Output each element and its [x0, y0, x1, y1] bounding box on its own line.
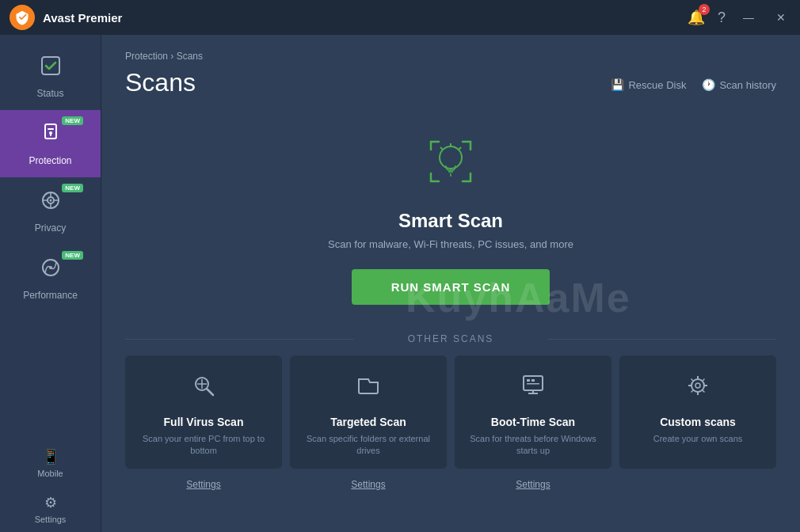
svg-rect-4 [50, 133, 51, 136]
sidebar-item-privacy[interactable]: NEW Privacy [0, 177, 101, 245]
svg-line-38 [703, 379, 705, 382]
sidebar-item-mobile[interactable]: 📱 Mobile [0, 440, 101, 486]
targeted-scan-card[interactable]: Targeted Scan Scan specific folders or e… [290, 355, 447, 469]
svg-line-36 [691, 379, 694, 382]
sidebar-bottom: 📱 Mobile ⚙ Settings [0, 440, 101, 532]
notifications-icon[interactable]: 🔔 2 [688, 9, 705, 26]
protection-new-badge: NEW [62, 116, 83, 125]
performance-new-badge: NEW [62, 251, 83, 260]
close-button[interactable]: ✕ [771, 10, 790, 25]
svg-line-18 [440, 147, 443, 150]
svg-point-13 [49, 266, 52, 269]
boot-time-icon [519, 371, 547, 406]
status-label: Status [36, 88, 63, 99]
app-logo [10, 5, 35, 30]
sidebar-item-settings[interactable]: ⚙ Settings [0, 486, 101, 532]
svg-line-21 [207, 389, 213, 395]
scan-history-link[interactable]: 🕐 Scan history [702, 78, 776, 91]
custom-settings-placeholder [619, 477, 776, 491]
main-layout: Status NEW Protection NEW [0, 35, 800, 532]
targeted-settings[interactable]: Settings [290, 477, 447, 491]
notification-badge: 2 [699, 4, 710, 15]
svg-rect-2 [48, 128, 54, 130]
help-icon[interactable]: ? [718, 10, 726, 26]
targeted-icon [354, 371, 383, 406]
full-virus-scan-card[interactable]: Full Virus Scan Scan your entire PC from… [125, 355, 282, 469]
custom-scans-card[interactable]: Custom scans Create your own scans [619, 355, 776, 469]
scan-history-label: Scan history [719, 79, 776, 91]
mobile-icon: 📱 [42, 448, 59, 466]
performance-icon [39, 256, 63, 285]
privacy-icon [39, 188, 63, 218]
custom-scans-icon [684, 371, 712, 406]
privacy-new-badge: NEW [62, 184, 83, 192]
svg-point-31 [695, 383, 700, 388]
protection-icon [39, 121, 63, 150]
targeted-title: Targeted Scan [330, 416, 406, 428]
boot-time-settings[interactable]: Settings [455, 477, 611, 491]
rescue-disk-label: Rescue Disk [628, 79, 686, 91]
full-virus-title: Full Virus Scan [164, 416, 244, 428]
other-scans-label: OTHER SCANS [125, 333, 776, 344]
smart-scan-icon [415, 126, 486, 197]
run-smart-scan-button[interactable]: RUN SMART SCAN [352, 269, 550, 305]
sidebar: Status NEW Protection NEW [0, 35, 101, 532]
content-area: Protection › Scans Scans 💾 Rescue Disk 🕐… [101, 35, 800, 532]
minimize-button[interactable]: — [738, 10, 759, 25]
breadcrumb: Protection › Scans [125, 51, 776, 62]
rescue-disk-icon: 💾 [611, 78, 624, 91]
protection-label: Protection [29, 155, 71, 166]
svg-line-37 [703, 390, 705, 393]
svg-line-17 [459, 147, 461, 150]
status-icon [39, 54, 63, 83]
svg-rect-27 [527, 379, 530, 382]
titlebar: Avast Premier 🔔 2 ? — ✕ [0, 0, 800, 35]
settings-icon: ⚙ [44, 494, 57, 511]
smart-scan-title: Smart Scan [398, 210, 503, 232]
top-links: 💾 Rescue Disk 🕐 Scan history [611, 78, 776, 91]
app-title: Avast Premier [43, 11, 688, 25]
scan-cards: Full Virus Scan Scan your entire PC from… [125, 355, 776, 469]
boot-time-desc: Scan for threats before Windows starts u… [464, 433, 602, 458]
full-virus-desc: Scan your entire PC from top to bottom [135, 433, 272, 458]
full-virus-settings[interactable]: Settings [125, 477, 282, 491]
svg-line-39 [691, 390, 694, 393]
custom-scans-desc: Create your own scans [653, 433, 743, 445]
svg-rect-29 [527, 383, 539, 385]
svg-rect-28 [531, 379, 535, 382]
performance-label: Performance [23, 290, 78, 301]
boot-time-scan-card[interactable]: Boot-Time Scan Scan for threats before W… [455, 355, 611, 469]
custom-scans-title: Custom scans [660, 416, 736, 428]
boot-time-title: Boot-Time Scan [491, 416, 575, 428]
full-virus-icon [189, 371, 218, 406]
rescue-disk-link[interactable]: 💾 Rescue Disk [611, 78, 686, 91]
titlebar-controls: 🔔 2 ? — ✕ [688, 9, 790, 26]
sidebar-item-performance[interactable]: NEW Performance [0, 245, 101, 312]
svg-point-7 [49, 200, 51, 202]
sidebar-item-status[interactable]: Status [0, 43, 101, 110]
settings-label: Settings [35, 515, 67, 524]
sidebar-item-protection[interactable]: NEW Protection [0, 110, 101, 177]
smart-scan-section: Smart Scan Scan for malware, Wi-Fi threa… [125, 102, 776, 321]
settings-row: Settings Settings Settings [125, 477, 776, 491]
scan-history-icon: 🕐 [702, 78, 715, 91]
svg-rect-0 [42, 57, 59, 74]
smart-scan-subtitle: Scan for malware, Wi-Fi threats, PC issu… [328, 238, 573, 250]
mobile-label: Mobile [37, 469, 63, 478]
privacy-label: Privacy [35, 222, 66, 234]
svg-point-14 [440, 146, 462, 169]
targeted-desc: Scan specific folders or external drives [299, 433, 437, 458]
